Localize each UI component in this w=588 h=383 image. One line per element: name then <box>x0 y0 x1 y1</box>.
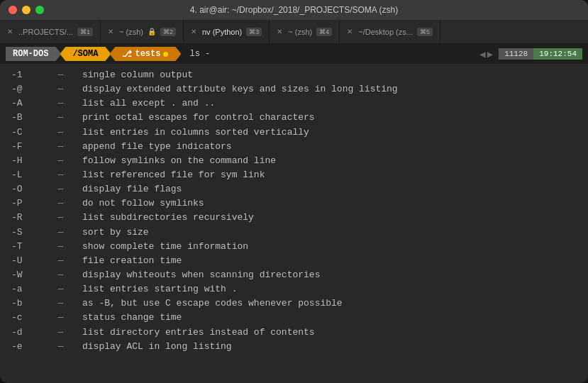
flag-description: list all except . and .. <box>82 96 215 111</box>
dash-separator: — <box>47 82 82 96</box>
flag-description: sort by size <box>82 226 149 240</box>
tab-label: nv (Python) <box>202 28 242 36</box>
tab-zsh2[interactable]: ✕ ~ (zsh) 🔒 ⌘2 <box>101 20 184 43</box>
flag-label: -B <box>11 111 47 125</box>
table-row: -H — follow symlinks on the command line <box>11 154 577 168</box>
tab-kbd: ⌘1 <box>77 28 93 36</box>
flag-label: -H <box>11 154 47 168</box>
lock-icon: 🔒 <box>148 28 156 35</box>
flag-label: -L <box>11 168 47 182</box>
dash-separator: — <box>47 211 82 225</box>
tab-label: ~/Desktop (zs... <box>358 28 413 36</box>
table-row: -T — show complete time information <box>11 240 577 254</box>
flag-description: append file type indicators <box>82 140 232 154</box>
dash-separator: — <box>47 168 82 182</box>
tab-projects[interactable]: ✕ ..PROJECTS/... ⌘1 <box>0 20 101 43</box>
maximize-button[interactable] <box>35 6 44 14</box>
tab-label: ~ (zsh) <box>119 28 143 36</box>
prompt-segment-romDOS: ROM-DOS <box>6 47 61 61</box>
window-title: 4. air@air: ~/Dropbox/_2018/_PROJECTS/SO… <box>190 5 398 15</box>
flag-label: -A <box>11 96 47 111</box>
flag-label: -1 <box>11 68 47 82</box>
flag-description: display ACL in long listing <box>82 340 232 354</box>
table-row: -e — display ACL in long listing <box>11 340 577 354</box>
prompt-command: ls - <box>189 49 210 59</box>
close-button[interactable] <box>9 6 17 14</box>
dash-separator: — <box>47 240 82 254</box>
traffic-lights <box>9 6 44 14</box>
table-row: -B — print octal escapes for control cha… <box>11 111 577 125</box>
next-arrow-icon[interactable]: ▶ <box>487 48 493 60</box>
tab-desktop[interactable]: ✕ ~/Desktop (zs... ⌘5 <box>340 20 440 43</box>
flag-description: show complete time information <box>82 240 248 254</box>
title-bar: 4. air@air: ~/Dropbox/_2018/_PROJECTS/SO… <box>0 0 588 20</box>
flag-description: list subdirectories recursively <box>82 211 254 225</box>
flag-label: -C <box>11 126 47 140</box>
prompt-romDOS-label: ROM-DOS <box>13 49 48 59</box>
dash-separator: — <box>47 140 82 154</box>
flag-label: -O <box>11 182 47 196</box>
dash-separator: — <box>47 196 82 211</box>
flag-description: display whiteouts when scanning director… <box>82 268 320 282</box>
dash-separator: — <box>47 154 82 168</box>
dash-separator: — <box>47 68 82 82</box>
table-row: -S — sort by size <box>11 226 577 240</box>
tab-kbd: ⌘2 <box>160 28 176 36</box>
flag-label: -@ <box>11 82 47 96</box>
tab-close-icon[interactable]: ✕ <box>191 28 196 35</box>
flag-description: status change time <box>82 311 182 325</box>
flag-description: single column output <box>82 68 193 82</box>
prompt-bar: ROM-DOS /SOMA ⎇ tests ls - ◀ ▶ 11128 19:… <box>0 44 588 64</box>
flag-label: -a <box>11 282 47 296</box>
flag-label: -c <box>11 311 47 325</box>
status-dot <box>163 52 168 57</box>
table-row: -U — file creation time <box>11 254 577 268</box>
tab-label: ~ (zsh) <box>288 28 312 36</box>
flag-description: display file flags <box>82 182 182 196</box>
tab-bar: ✕ ..PROJECTS/... ⌘1 ✕ ~ (zsh) 🔒 ⌘2 ✕ nv … <box>0 20 588 44</box>
tab-python[interactable]: ✕ nv (Python) ⌘3 <box>184 20 270 43</box>
table-row: -L — list referenced file for sym link <box>11 168 577 182</box>
flag-label: -P <box>11 196 47 211</box>
tab-close-icon[interactable]: ✕ <box>347 28 353 35</box>
flag-description: do not follow symlinks <box>82 196 204 211</box>
flag-description: as -B, but use C escape codes whenever p… <box>82 296 343 311</box>
table-row: -1 — single column output <box>11 68 577 82</box>
table-row: -d — list directory entries instead of c… <box>11 326 577 340</box>
flag-description: list entries in columns sorted verticall… <box>82 126 309 140</box>
minimize-button[interactable] <box>22 6 30 14</box>
table-row: -a — list entries starting with . <box>11 282 577 296</box>
prompt-segment-tests: ⎇ tests <box>109 47 181 61</box>
tab-close-icon[interactable]: ✕ <box>277 28 282 35</box>
dash-separator: — <box>47 311 82 325</box>
dash-separator: — <box>47 226 82 240</box>
table-row: -O — display file flags <box>11 182 577 196</box>
flag-description: list entries starting with . <box>82 282 237 296</box>
flag-label: -F <box>11 140 47 154</box>
tab-kbd: ⌘3 <box>246 28 262 36</box>
dash-separator: — <box>47 296 82 311</box>
dash-separator: — <box>47 340 82 354</box>
table-row: -A — list all except . and .. <box>11 96 577 111</box>
table-row: -P — do not follow symlinks <box>11 196 577 211</box>
tab-close-icon[interactable]: ✕ <box>7 28 13 35</box>
nav-arrows: ◀ ▶ <box>479 48 493 60</box>
clock: 19:12:54 <box>533 48 582 60</box>
tab-close-icon[interactable]: ✕ <box>108 28 113 35</box>
tab-zsh4[interactable]: ✕ ~ (zsh) ⌘4 <box>270 20 340 43</box>
table-row: -b — as -B, but use C escape codes whene… <box>11 296 577 311</box>
flag-label: -e <box>11 340 47 354</box>
table-row: -R — list subdirectories recursively <box>11 211 577 225</box>
flag-description: list referenced file for sym link <box>82 168 265 182</box>
terminal-output: -1 — single column output-@ — display ex… <box>0 64 588 383</box>
table-row: -C — list entries in columns sorted vert… <box>11 126 577 140</box>
flag-description: file creation time <box>82 254 182 268</box>
flag-label: -d <box>11 326 47 340</box>
dash-separator: — <box>47 268 82 282</box>
tab-label: ..PROJECTS/... <box>18 28 73 36</box>
flag-description: follow symlinks on the command line <box>82 154 276 168</box>
prev-arrow-icon[interactable]: ◀ <box>479 48 485 60</box>
dash-separator: — <box>47 126 82 140</box>
flag-label: -S <box>11 226 47 240</box>
flag-label: -b <box>11 296 47 311</box>
